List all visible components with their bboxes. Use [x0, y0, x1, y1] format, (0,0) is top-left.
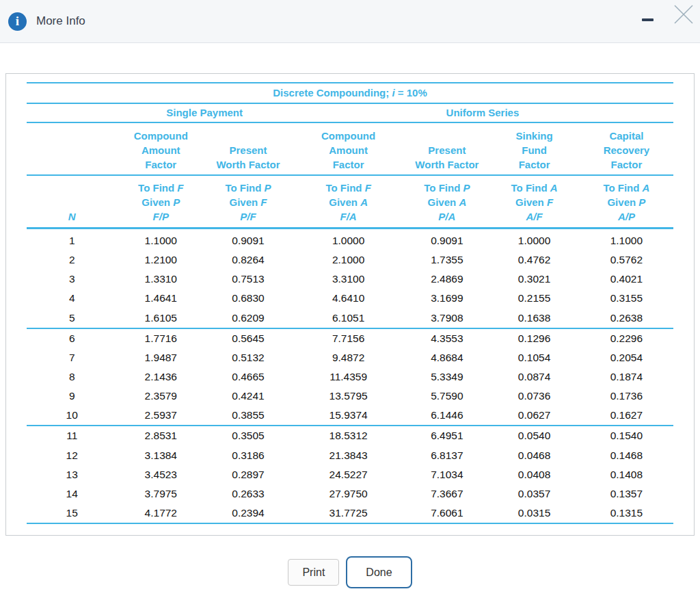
- factor-value: 0.4762: [489, 250, 579, 270]
- factor-value: 7.6061: [405, 504, 489, 523]
- factor-value: 0.2897: [204, 465, 292, 484]
- factor-value: 1.9487: [117, 348, 204, 367]
- table-row: 11.10000.90911.00000.90911.00001.1000: [27, 229, 673, 251]
- n-value: 14: [27, 484, 117, 504]
- table-body: 11.10000.90911.00000.90911.00001.100021.…: [27, 229, 673, 524]
- table-row: 143.79750.263327.97507.36670.03570.1357: [27, 484, 673, 504]
- n-value: 8: [27, 367, 117, 387]
- factor-value: 0.1540: [580, 426, 673, 445]
- n-value: 12: [27, 446, 117, 465]
- group-spacer: [27, 103, 117, 122]
- table-row: 112.85310.350518.53126.49510.05400.1540: [27, 426, 673, 445]
- factor-value: 0.0408: [489, 465, 579, 484]
- factor-value: 13.5795: [292, 387, 405, 406]
- table-row: 92.35790.424113.57955.75900.07360.1736: [27, 387, 673, 406]
- factor-value: 0.1468: [580, 446, 673, 465]
- factor-value: 3.1699: [405, 289, 489, 308]
- factor-value: 1.1000: [580, 229, 673, 251]
- factor-value: 1.3310: [117, 270, 204, 289]
- n-value: 9: [27, 387, 117, 406]
- factor-value: 0.1874: [580, 367, 673, 387]
- print-button[interactable]: Print: [288, 559, 339, 586]
- n-value: 11: [27, 426, 117, 445]
- factor-value: 0.3186: [204, 446, 292, 465]
- factor-value: 9.4872: [292, 348, 405, 367]
- colname-fa: Compound Amount Factor: [292, 122, 405, 175]
- table-title-row: Discrete Compounding; i = 10%: [27, 83, 673, 103]
- factor-value: 0.0357: [489, 484, 579, 504]
- n-value: 2: [27, 250, 117, 270]
- factor-value: 1.7716: [117, 328, 204, 348]
- factor-value: 18.5312: [292, 426, 405, 445]
- factor-value: 31.7725: [292, 504, 405, 523]
- factor-value: 2.5937: [117, 406, 204, 426]
- minimize-icon[interactable]: [642, 18, 654, 21]
- factor-value: 0.1296: [489, 328, 579, 348]
- subheader-ap: To Find A Given P A/P: [580, 175, 673, 229]
- table-title: Discrete Compounding; i = 10%: [27, 83, 673, 103]
- subheader-pa: To Find P Given A P/A: [405, 175, 489, 229]
- table-row: 21.21000.82642.10001.73550.47620.5762: [27, 250, 673, 270]
- table-row: 82.14360.466511.43595.33490.08740.1874: [27, 367, 673, 387]
- titlebar: i More Info: [0, 0, 700, 43]
- factor-value: 0.3505: [204, 426, 292, 445]
- factor-value: 0.6209: [204, 309, 292, 328]
- group-header-row: Single Payment Uniform Series: [27, 103, 673, 122]
- factor-value: 3.1384: [117, 446, 204, 465]
- table-row: 133.45230.289724.52277.10340.04080.1408: [27, 465, 673, 484]
- factor-value: 24.5227: [292, 465, 405, 484]
- factor-value: 6.1051: [292, 309, 405, 328]
- n-value: 15: [27, 504, 117, 523]
- factor-value: 0.3021: [489, 270, 579, 289]
- close-icon[interactable]: [671, 2, 696, 27]
- colname-ap: Capital Recovery Factor: [580, 122, 673, 175]
- factor-value: 0.0315: [489, 504, 579, 523]
- n-value: 6: [27, 328, 117, 348]
- table-row: 31.33100.75133.31002.48690.30210.4021: [27, 270, 673, 289]
- factor-value: 0.1638: [489, 309, 579, 328]
- factor-value: 1.2100: [117, 250, 204, 270]
- sub-header-row: N To Find F Given P F/P To Find P Given …: [27, 175, 673, 229]
- factor-value: 0.0874: [489, 367, 579, 387]
- factor-value: 2.1436: [117, 367, 204, 387]
- factor-value: 0.5132: [204, 348, 292, 367]
- table-row: 71.94870.51329.48724.86840.10540.2054: [27, 348, 673, 367]
- factor-value: 2.8531: [117, 426, 204, 445]
- factor-value: 0.5645: [204, 328, 292, 348]
- factor-value: 3.7975: [117, 484, 204, 504]
- table-row: 102.59370.385515.93746.14460.06270.1627: [27, 406, 673, 426]
- colname-pa: Present Worth Factor: [405, 122, 489, 175]
- names-spacer: [27, 122, 117, 175]
- factor-value: 11.4359: [292, 367, 405, 387]
- n-value: 4: [27, 289, 117, 308]
- factor-value: 0.0468: [489, 446, 579, 465]
- info-icon: i: [8, 12, 27, 31]
- subheader-fa: To Find F Given A F/A: [292, 175, 405, 229]
- factor-value: 5.7590: [405, 387, 489, 406]
- factor-value: 4.8684: [405, 348, 489, 367]
- window-title: More Info: [36, 14, 85, 28]
- factor-value: 0.4021: [580, 270, 673, 289]
- factor-value: 0.1736: [580, 387, 673, 406]
- factor-value: 4.1772: [117, 504, 204, 523]
- factor-value: 0.9091: [204, 229, 292, 251]
- factor-value: 3.4523: [117, 465, 204, 484]
- factor-value: 1.0000: [292, 229, 405, 251]
- subheader-fp: To Find F Given P F/P: [117, 175, 204, 229]
- factor-value: 0.1054: [489, 348, 579, 367]
- factor-value: 21.3843: [292, 446, 405, 465]
- factor-value: 5.3349: [405, 367, 489, 387]
- done-button[interactable]: Done: [346, 556, 412, 588]
- factor-value: 0.2054: [580, 348, 673, 367]
- factor-value: 0.8264: [204, 250, 292, 270]
- n-value: 10: [27, 406, 117, 426]
- factor-value: 0.0540: [489, 426, 579, 445]
- factor-value: 1.4641: [117, 289, 204, 308]
- factor-value: 7.7156: [292, 328, 405, 348]
- factor-value: 2.1000: [292, 250, 405, 270]
- factor-value: 3.3100: [292, 270, 405, 289]
- factor-value: 0.0627: [489, 406, 579, 426]
- n-value: 3: [27, 270, 117, 289]
- factor-value: 7.3667: [405, 484, 489, 504]
- factor-value: 0.1315: [580, 504, 673, 523]
